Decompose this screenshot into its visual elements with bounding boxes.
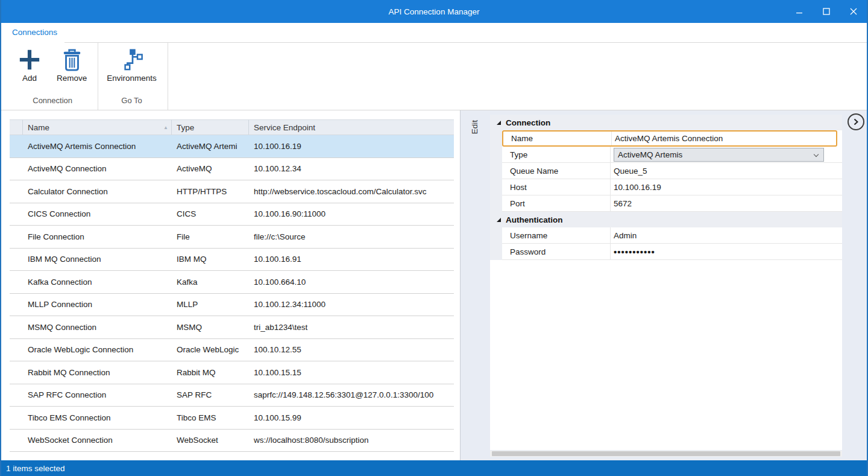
- field-value-text: 10.100.16.19: [614, 183, 661, 192]
- field-row-type: TypeActiveMQ Artemis: [490, 147, 842, 163]
- table-row[interactable]: Rabbit MQ ConnectionRabbit MQ10.100.15.1…: [10, 361, 454, 384]
- table-row[interactable]: Tibco EMS ConnectionTibco EMS10.100.15.9…: [10, 407, 454, 430]
- table-row[interactable]: ActiveMQ ConnectionActiveMQ10.100.12.34: [10, 158, 454, 181]
- edit-panel: Edit ConnectionNameActiveMQ Artemis Conn…: [461, 110, 867, 460]
- menubar: Connections: [1, 23, 867, 43]
- horizontal-scrollbar[interactable]: [490, 451, 842, 457]
- sort-asc-icon: ▲: [163, 125, 168, 130]
- field-row-body: Host10.100.16.19: [502, 179, 842, 195]
- table-row[interactable]: SAP RFC ConnectionSAP RFCsaprfc://149.14…: [10, 384, 454, 407]
- field-label: Username: [502, 227, 611, 243]
- connection-table: Name▲TypeService EndpointActiveMQ Artemi…: [10, 119, 454, 452]
- cell-endpoint: tri_ab1234\test: [249, 316, 454, 338]
- row-gutter-cell: [10, 203, 23, 226]
- remove-button[interactable]: Remove: [54, 45, 89, 84]
- ribbon-group-label: Go To: [104, 92, 159, 110]
- field-row-gutter: [490, 130, 502, 147]
- cell-endpoint: file://c:\Source: [249, 226, 454, 248]
- chevron-right-circle-icon: [853, 118, 859, 125]
- row-gutter-cell: [10, 271, 23, 293]
- field-row-password: Password•••••••••••: [490, 244, 842, 260]
- table-row[interactable]: WebSocket ConnectionWebSocketws://localh…: [10, 430, 454, 452]
- add-button[interactable]: Add: [16, 45, 43, 84]
- field-value[interactable]: 10.100.16.19: [611, 179, 842, 195]
- environments-graph-icon: [121, 46, 143, 73]
- column-header-name[interactable]: Name▲: [23, 120, 172, 135]
- type-dropdown[interactable]: ActiveMQ Artemis: [614, 148, 824, 162]
- section-expander-icon: [497, 218, 501, 222]
- cell-type: Rabbit MQ: [172, 361, 249, 384]
- field-value[interactable]: 5672: [611, 195, 842, 211]
- ribbon-group-label: Connection: [16, 92, 89, 110]
- row-gutter-cell: [10, 135, 23, 157]
- cell-endpoint: 10.100.12.34: [249, 158, 454, 180]
- cell-type: MSMQ: [172, 316, 249, 338]
- field-value[interactable]: ActiveMQ Artemis Connection: [612, 132, 836, 145]
- table-header-row: Name▲TypeService Endpoint: [10, 119, 454, 135]
- table-row[interactable]: CICS ConnectionCICS10.100.16.90:11000: [10, 203, 454, 226]
- row-gutter-cell: [10, 180, 23, 203]
- field-value[interactable]: Admin: [611, 227, 842, 243]
- cell-type: SAP RFC: [172, 384, 249, 407]
- cell-type: ActiveMQ Artemi: [172, 135, 249, 157]
- cell-type: ActiveMQ: [172, 158, 249, 180]
- ribbon-button-label: Remove: [57, 74, 87, 83]
- field-label: Host: [502, 179, 611, 195]
- cell-type: IBM MQ: [172, 249, 249, 271]
- cell-name: CICS Connection: [23, 203, 172, 226]
- table-row[interactable]: MSMQ ConnectionMSMQtri_ab1234\test: [10, 316, 454, 339]
- cell-type: CICS: [172, 203, 249, 226]
- column-header-label: Service Endpoint: [254, 123, 315, 132]
- cell-endpoint: saprfc://149.148.12.56:3301@127.0.0.1:33…: [249, 384, 454, 407]
- table-row[interactable]: IBM MQ ConnectionIBM MQ10.100.16.91: [10, 249, 454, 271]
- table-row[interactable]: Calculator ConnectionHTTP/HTTPShttp://we…: [10, 180, 454, 203]
- cell-name: Calculator Connection: [23, 180, 172, 203]
- field-row-name: NameActiveMQ Artemis Connection: [490, 130, 842, 147]
- row-gutter-cell: [10, 339, 23, 361]
- field-row-gutter: [490, 195, 502, 212]
- section-header-connection[interactable]: Connection: [490, 115, 842, 130]
- section-expander-icon: [497, 121, 501, 125]
- environments-button[interactable]: Environments: [104, 45, 159, 84]
- table-row[interactable]: Kafka ConnectionKafka10.100.664.10: [10, 271, 454, 294]
- hscrollbar-thumb[interactable]: [492, 451, 840, 456]
- field-value[interactable]: Queue_5: [611, 163, 842, 179]
- field-row-queue-name: Queue NameQueue_5: [490, 163, 842, 179]
- cell-type: WebSocket: [172, 430, 249, 452]
- add-plus-icon: [18, 46, 41, 73]
- field-row-gutter: [490, 179, 502, 195]
- row-gutter-cell: [10, 226, 23, 248]
- field-value[interactable]: •••••••••••: [611, 244, 842, 259]
- field-label: Queue Name: [502, 163, 611, 179]
- field-label: Password: [502, 244, 611, 259]
- cell-endpoint: http://webservice.toscacloud.com/Calcula…: [249, 180, 454, 203]
- row-gutter-cell: [10, 158, 23, 180]
- ribbon-button-row: Environments: [104, 45, 159, 92]
- row-gutter-cell: [10, 294, 23, 316]
- collapse-panel-button[interactable]: [848, 113, 864, 130]
- dropdown-selected-value: ActiveMQ Artemis: [618, 150, 682, 159]
- cell-name: WebSocket Connection: [23, 430, 172, 452]
- table-row[interactable]: File ConnectionFilefile://c:\Source: [10, 226, 454, 249]
- cell-endpoint: 100.10.12.55: [249, 339, 454, 361]
- cell-type: Kafka: [172, 271, 249, 293]
- field-row-username: UsernameAdmin: [490, 227, 842, 244]
- table-row[interactable]: MLLP ConnectionMLLP10.100.12.34:11000: [10, 294, 454, 317]
- edit-panel-tab[interactable]: Edit: [470, 120, 479, 134]
- table-row[interactable]: Oracle WebLogic ConnectionOracle WebLogi…: [10, 339, 454, 362]
- cell-type: MLLP: [172, 294, 249, 316]
- cell-type: HTTP/HTTPS: [172, 180, 249, 203]
- field-row-gutter: [490, 163, 502, 179]
- cell-endpoint: 10.100.664.10: [249, 271, 454, 293]
- field-value-text: Admin: [614, 231, 637, 240]
- cell-name: SAP RFC Connection: [23, 384, 172, 407]
- table-row[interactable]: ActiveMQ Artemis ConnectionActiveMQ Arte…: [10, 135, 454, 158]
- field-row-body: TypeActiveMQ Artemis: [502, 147, 842, 163]
- column-header-type[interactable]: Type: [172, 120, 249, 135]
- header-gutter-cell: [10, 120, 23, 135]
- cell-type: Oracle WebLogic: [172, 339, 249, 361]
- row-gutter-cell: [10, 361, 23, 384]
- section-header-authentication[interactable]: Authentication: [490, 212, 842, 227]
- tab-connections[interactable]: Connections: [11, 23, 58, 43]
- column-header-service-endpoint[interactable]: Service Endpoint: [249, 120, 454, 135]
